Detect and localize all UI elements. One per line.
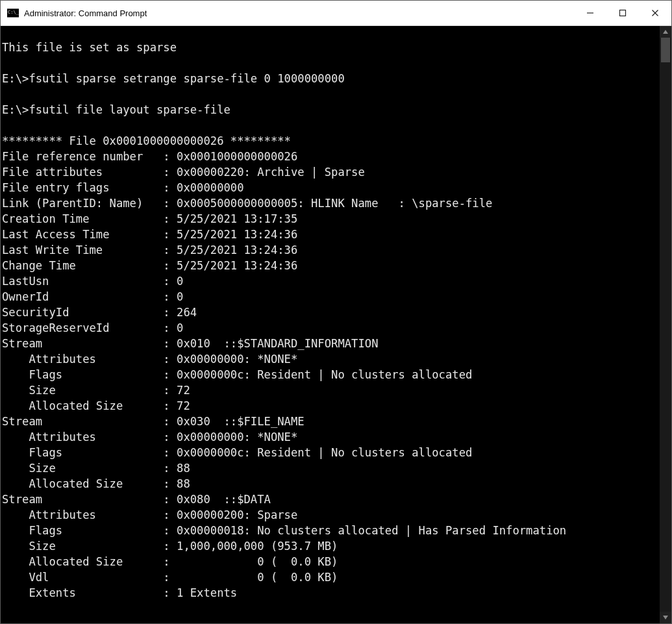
svg-rect-1 (620, 10, 626, 16)
scroll-up-arrow-icon[interactable] (660, 26, 671, 38)
scroll-down-arrow-icon[interactable] (660, 612, 671, 623)
close-button[interactable] (639, 1, 671, 25)
vertical-scrollbar[interactable] (660, 26, 671, 623)
maximize-button[interactable] (606, 1, 639, 25)
close-icon (651, 9, 659, 17)
scroll-thumb[interactable] (661, 38, 670, 62)
minimize-button[interactable] (574, 1, 606, 25)
scroll-track[interactable] (660, 38, 671, 612)
window-title: Administrator: Command Prompt (24, 8, 147, 18)
minimize-icon (586, 9, 594, 17)
maximize-icon (619, 9, 627, 17)
title-bar[interactable]: Administrator: Command Prompt (1, 1, 671, 26)
client-area: This file is set as sparse E:\>fsutil sp… (1, 26, 671, 623)
cmd-icon (7, 8, 19, 18)
app-window: Administrator: Command Prompt This file … (0, 0, 672, 624)
terminal-output[interactable]: This file is set as sparse E:\>fsutil sp… (1, 37, 660, 612)
